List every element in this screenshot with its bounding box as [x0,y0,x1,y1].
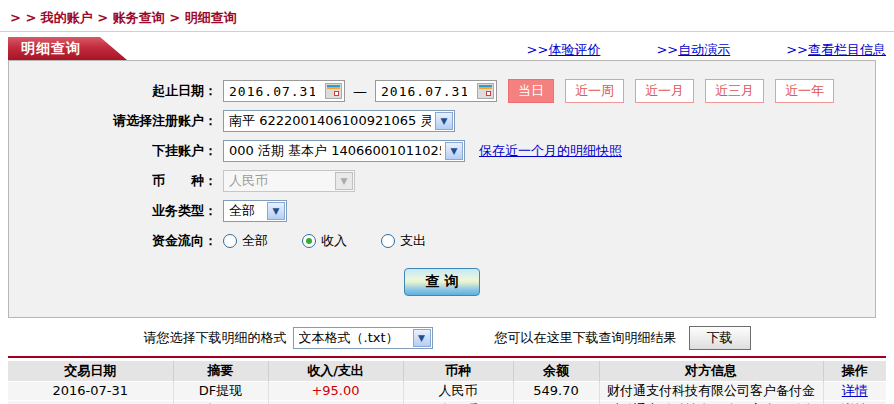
breadcrumb-my-account[interactable]: 我的账户 [41,10,93,25]
sub-account-label: 下挂账户： [9,142,217,160]
date-range-row: 起止日期： — 当日 近一周 近一月 近三月 近一年 [9,80,875,102]
table-row: 2016-07-31 提现 人民币 财付通支付科技有限公司客户备付金 详情 [8,400,886,404]
auto-demo-link[interactable]: 自动演示 [678,42,730,57]
top-divider [0,31,894,32]
detail-query-page: > > 我的账户 > 账务查询 > 明细查询 明细查询 >>体验评价 >>自动演… [0,0,894,404]
breadcrumb-detail-query[interactable]: 明细查询 [185,10,237,25]
link-prefix: >> [656,42,678,57]
breadcrumb-separator: > [93,10,113,25]
breadcrumb-prefix: > > [10,10,41,25]
cell-date: 2016-07-31 [8,381,173,400]
calendar-icon[interactable] [477,83,494,99]
calendar-icon[interactable] [325,83,342,99]
quick-range-week-button[interactable]: 近一周 [565,79,624,103]
fund-flow-radio-group: 全部 收入 支出 [223,232,460,250]
table-row: 2016-07-31 DF提现 +95.00 人民币 549.70 财付通支付科… [8,381,886,400]
download-button[interactable]: 下载 [689,326,751,350]
fund-flow-row: 资金流向： 全部 收入 支出 [9,230,875,252]
col-header-date: 交易日期 [8,361,173,381]
column-info-link[interactable]: 查看栏目信息 [808,42,886,57]
transaction-table: 交易日期 摘要 收入/支出 币种 余额 对方信息 操作 2016-07-31 D… [8,361,886,404]
column-info-link-wrap: >>查看栏目信息 [786,41,886,59]
header-links: >>体验评价 >>自动演示 >>查看栏目信息 [0,41,886,59]
date-to-input[interactable] [381,84,467,99]
save-monthly-snapshot-link[interactable]: 保存近一个月的明细快照 [479,143,622,158]
flow-option-expense-label: 支出 [400,232,426,250]
col-header-action: 操作 [823,361,886,381]
flow-option-expense[interactable]: 支出 [381,232,426,250]
experience-review-link-wrap: >>体验评价 [527,41,601,59]
date-range-label: 起止日期： [9,82,217,100]
register-account-label: 请选择注册账户： [9,112,217,130]
query-button[interactable]: 查 询 [404,268,480,296]
download-format-select[interactable]: 文本格式（.txt） ▼ [293,327,433,349]
business-type-label: 业务类型： [9,202,217,220]
download-format-value: 文本格式（.txt） [299,329,409,347]
date-to-box [375,80,497,102]
date-range-dash: — [353,83,367,99]
experience-review-link[interactable]: 体验评价 [548,42,600,57]
table-top-divider [8,356,886,358]
cell-summary: DF提现 [173,381,268,400]
date-from-input[interactable] [229,84,315,99]
currency-row: 币 种： 人民币 ▼ [9,170,875,192]
register-account-row: 请选择注册账户： 南平 6222001406100921065 灵通卡 ▼ [9,110,875,132]
col-header-currency: 币种 [403,361,513,381]
sub-account-row: 下挂账户： 000 活期 基本户 1406600101102571848 ▼ 保… [9,140,875,162]
col-header-summary: 摘要 [173,361,268,381]
cell-action: 详情 [823,400,886,404]
flow-option-all-label: 全部 [242,232,268,250]
register-account-value: 南平 6222001406100921065 灵通卡 [229,112,431,130]
flow-option-all[interactable]: 全部 [223,232,268,250]
cell-counterparty: 财付通支付科技有限公司客户备付金 [599,400,823,404]
cell-amount [268,400,403,404]
snapshot-link-wrap: 保存近一个月的明细快照 [479,142,622,160]
link-prefix: >> [786,42,808,57]
cell-amount: +95.00 [268,381,403,400]
cell-date: 2016-07-31 [8,400,173,404]
currency-label: 币 种： [9,172,217,190]
cell-balance [513,400,599,404]
breadcrumb-separator: > [165,10,185,25]
chevron-down-icon: ▼ [335,172,353,190]
business-type-value: 全部 [229,202,263,220]
currency-select-disabled: 人民币 ▼ [223,170,355,192]
date-from-box [223,80,345,102]
fund-flow-label: 资金流向： [9,232,217,250]
flow-option-income[interactable]: 收入 [302,232,347,250]
sub-account-select[interactable]: 000 活期 基本户 1406600101102571848 ▼ [223,140,465,162]
chevron-down-icon[interactable]: ▼ [435,112,453,130]
breadcrumb: > > 我的账户 > 账务查询 > 明细查询 [10,9,237,27]
breadcrumb-account-query[interactable]: 账务查询 [113,10,165,25]
currency-value: 人民币 [229,172,331,190]
col-header-amount: 收入/支出 [268,361,403,381]
download-row: 请您选择下载明细的格式 文本格式（.txt） ▼ 您可以在这里下载查询明细结果 … [0,326,894,350]
query-form-panel: 起止日期： — 当日 近一周 近一月 近三月 近一年 请选择注册账户： 南平 6… [8,60,876,318]
cell-counterparty: 财付通支付科技有限公司客户备付金 [599,381,823,400]
business-type-row: 业务类型： 全部 ▼ [9,200,875,222]
download-format-label: 请您选择下载明细的格式 [144,329,287,347]
download-result-label: 您可以在这里下载查询明细结果 [495,329,677,347]
cell-currency: 人民币 [403,400,513,404]
table-header-row: 交易日期 摘要 收入/支出 币种 余额 对方信息 操作 [8,361,886,381]
radio-icon[interactable] [302,234,316,248]
cell-summary: 提现 [173,400,268,404]
link-prefix: >> [527,42,549,57]
register-account-select[interactable]: 南平 6222001406100921065 灵通卡 ▼ [223,110,455,132]
chevron-down-icon[interactable]: ▼ [445,142,463,160]
detail-link[interactable]: 详情 [842,383,868,398]
quick-range-3months-button[interactable]: 近三月 [705,79,764,103]
quick-range-year-button[interactable]: 近一年 [775,79,834,103]
radio-icon[interactable] [381,234,395,248]
chevron-down-icon[interactable]: ▼ [413,329,431,347]
quick-range-today-button[interactable]: 当日 [508,79,554,103]
radio-icon[interactable] [223,234,237,248]
query-button-row: 查 询 [9,268,875,296]
col-header-balance: 余额 [513,361,599,381]
quick-range-month-button[interactable]: 近一月 [635,79,694,103]
chevron-down-icon[interactable]: ▼ [267,202,285,220]
col-header-counterparty: 对方信息 [599,361,823,381]
cell-balance: 549.70 [513,381,599,400]
business-type-select[interactable]: 全部 ▼ [223,200,287,222]
cell-action: 详情 [823,381,886,400]
